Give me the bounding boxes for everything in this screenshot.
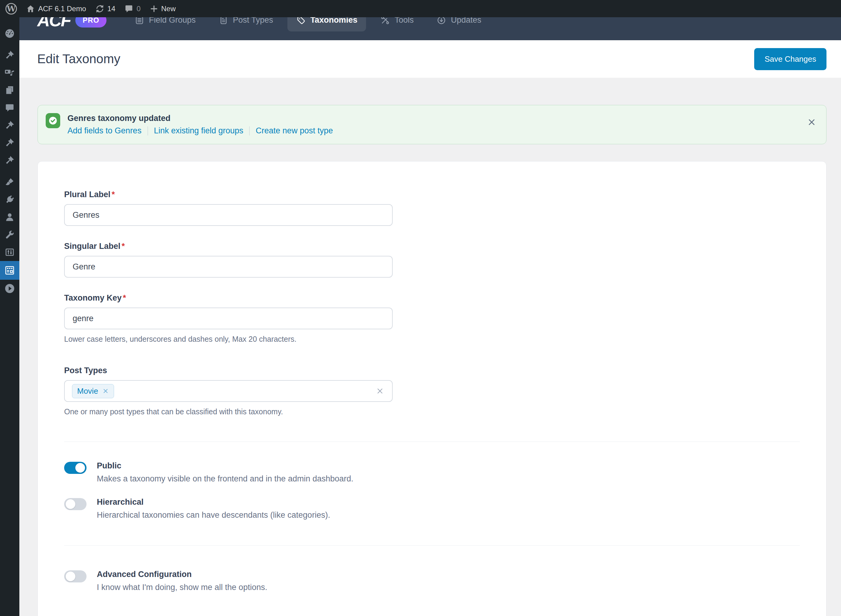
required-asterisk: * <box>112 190 115 199</box>
wp-logo[interactable]: W <box>6 3 17 15</box>
taxonomy-key-caption: Taxonomy Key* <box>64 293 800 303</box>
content-area: Genres taxonomy updated Add fields to Ge… <box>19 78 841 616</box>
collapse-menu-icon[interactable] <box>0 280 19 297</box>
notice-links: Add fields to Genres Link existing field… <box>68 126 333 135</box>
taxonomy-key-help: Lower case letters, underscores and dash… <box>64 335 800 343</box>
play-circle-icon <box>4 283 15 294</box>
pushpin-icon <box>4 155 15 166</box>
toggle-knob <box>66 572 75 581</box>
updates-indicator[interactable]: 14 <box>95 4 116 13</box>
page-title: Edit Taxonomy <box>37 52 120 66</box>
tag-remove-icon[interactable] <box>102 388 109 395</box>
taxonomy-key-input[interactable] <box>64 308 393 329</box>
dashboard-gauge-icon <box>4 28 15 39</box>
sidebar-item-settings[interactable] <box>0 243 19 261</box>
sidebar-item-users[interactable] <box>0 208 19 226</box>
paintbrush-icon <box>4 177 15 187</box>
field-taxonomy-key: Taxonomy Key* Lower case letters, unders… <box>64 293 800 343</box>
singular-label-caption: Singular Label* <box>64 242 800 251</box>
new-content-button[interactable]: New <box>150 4 176 13</box>
hierarchical-toggle[interactable] <box>64 498 87 510</box>
media-icon <box>4 67 15 78</box>
plural-label-caption: Plural Label* <box>64 190 800 199</box>
sidebar-item-tools[interactable] <box>0 226 19 243</box>
toggle-row-public: Public Makes a taxonomy visible on the f… <box>64 461 800 484</box>
toggle-row-advanced: Advanced Configuration I know what I'm d… <box>64 570 800 592</box>
comment-bubble-icon <box>124 4 134 13</box>
acf-menu-icon <box>4 265 15 276</box>
pages-icon <box>4 85 15 95</box>
post-types-caption: Post Types <box>64 366 800 375</box>
success-check-icon <box>45 113 60 128</box>
toggle-knob <box>75 463 85 473</box>
section-divider <box>64 441 800 442</box>
new-label: New <box>161 4 176 13</box>
advanced-configuration-toggle[interactable] <box>64 571 87 582</box>
save-changes-button[interactable]: Save Changes <box>754 48 826 70</box>
field-plural-label: Plural Label* <box>64 190 800 226</box>
sidebar-item-plugins[interactable] <box>0 191 19 208</box>
sidebar-item-cpt-3[interactable] <box>0 151 19 169</box>
success-notice: Genres taxonomy updated Add fields to Ge… <box>38 105 826 144</box>
sidebar-item-posts[interactable] <box>0 46 19 64</box>
required-asterisk: * <box>123 293 126 302</box>
toggle-row-hierarchical: Hierarchical Hierarchical taxonomies can… <box>64 497 800 520</box>
sidebar-item-dashboard[interactable] <box>0 25 19 42</box>
field-post-types: Post Types Movie One or many post types … <box>64 366 800 416</box>
home-icon <box>26 4 35 13</box>
link-separator <box>249 126 250 135</box>
wp-admin-menu <box>0 17 19 616</box>
public-label: Public <box>97 461 353 471</box>
wp-admin-bar: W ACF 6.1 Demo 14 0 New <box>0 0 841 17</box>
plug-icon <box>4 194 15 205</box>
field-singular-label: Singular Label* <box>64 242 800 277</box>
site-name-link[interactable]: ACF 6.1 Demo <box>26 4 86 13</box>
pushpin-icon <box>4 138 15 148</box>
user-icon <box>4 212 15 222</box>
sidebar-item-cpt-1[interactable] <box>0 116 19 134</box>
hierarchical-label: Hierarchical <box>97 497 330 507</box>
settings-sliders-icon <box>4 247 15 257</box>
wrench-icon <box>4 230 15 240</box>
hierarchical-desc: Hierarchical taxonomies can have descend… <box>97 510 330 520</box>
link-link-field-groups[interactable]: Link existing field groups <box>154 126 244 135</box>
toggle-text: Public Makes a taxonomy visible on the f… <box>97 461 353 484</box>
update-arrows-icon <box>95 4 104 13</box>
comments-icon <box>4 103 15 113</box>
public-toggle[interactable] <box>64 462 87 474</box>
post-types-help: One or many post types that can be class… <box>64 407 800 416</box>
sidebar-item-acf-active[interactable] <box>0 261 19 280</box>
sidebar-item-pages[interactable] <box>0 81 19 99</box>
notice-close-icon[interactable] <box>806 116 818 128</box>
required-asterisk: * <box>122 242 125 251</box>
plus-icon <box>150 4 158 13</box>
post-types-select[interactable]: Movie <box>64 380 393 402</box>
sidebar-item-appearance[interactable] <box>0 173 19 191</box>
comments-indicator[interactable]: 0 <box>124 4 140 13</box>
sidebar-item-media[interactable] <box>0 64 19 81</box>
pushpin-icon <box>4 50 15 60</box>
singular-label-input[interactable] <box>64 256 393 277</box>
site-name-label: ACF 6.1 Demo <box>38 4 86 13</box>
taxonomy-form-card: Plural Label* Singular Label* Taxonomy K… <box>38 161 826 616</box>
public-desc: Makes a taxonomy visible on the frontend… <box>97 474 353 484</box>
notice-title: Genres taxonomy updated <box>68 113 333 123</box>
notice-body: Genres taxonomy updated Add fields to Ge… <box>68 113 333 135</box>
link-create-post-type[interactable]: Create new post type <box>255 126 333 135</box>
advanced-label: Advanced Configuration <box>97 570 267 579</box>
link-separator <box>148 126 148 135</box>
plural-label-input[interactable] <box>64 204 393 226</box>
sidebar-item-comments[interactable] <box>0 99 19 116</box>
sidebar-item-cpt-2[interactable] <box>0 134 19 151</box>
select-clear-icon[interactable] <box>375 386 385 396</box>
link-add-fields[interactable]: Add fields to Genres <box>68 126 142 135</box>
toggle-text: Hierarchical Hierarchical taxonomies can… <box>97 497 330 520</box>
wordpress-logo-icon: W <box>6 3 17 15</box>
page-header: Edit Taxonomy Save Changes <box>19 40 841 78</box>
tag-label: Movie <box>77 386 98 396</box>
comment-count: 0 <box>136 4 140 13</box>
toggle-text: Advanced Configuration I know what I'm d… <box>97 570 267 592</box>
advanced-desc: I know what I'm doing, show me all the o… <box>97 583 267 592</box>
pushpin-icon <box>4 120 15 131</box>
post-type-tag-movie: Movie <box>72 384 114 398</box>
